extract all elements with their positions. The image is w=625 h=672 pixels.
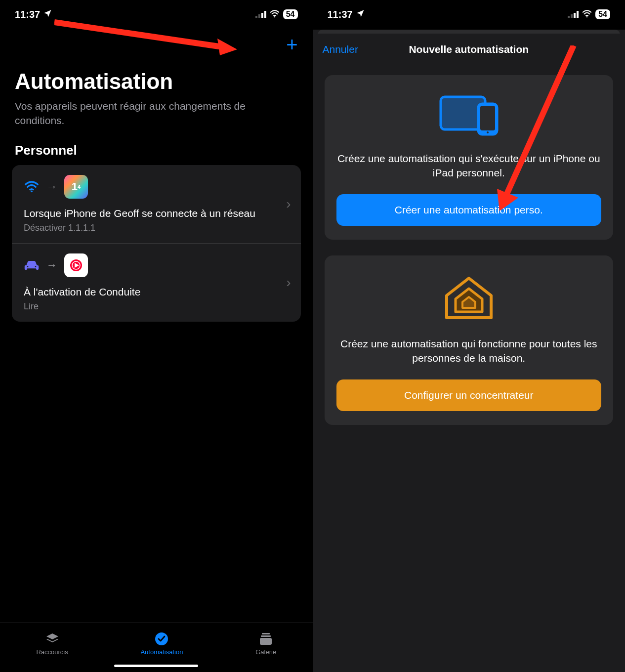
wifi-status-icon — [582, 9, 592, 20]
home-desc: Créez une automatisation qui fonctionne … — [336, 336, 602, 366]
svg-point-21 — [586, 16, 587, 17]
tab-label: Automatisation — [140, 648, 183, 656]
tab-gallery[interactable]: Galerie — [255, 631, 276, 656]
check-circle-icon — [154, 631, 169, 646]
car-icon — [24, 257, 40, 273]
battery-level: 54 — [595, 9, 610, 19]
status-bar: 11:37 54 — [313, 0, 625, 25]
arrow-icon: → — [46, 180, 57, 193]
svg-line-5 — [54, 22, 222, 47]
location-icon — [356, 9, 365, 20]
personal-desc: Créez une automatisation qui s'exécute s… — [336, 151, 602, 180]
svg-point-7 — [31, 190, 33, 192]
tab-shortcuts[interactable]: Raccourcis — [36, 631, 68, 656]
cellular-icon — [255, 9, 266, 20]
automation-subtitle: Lire — [24, 301, 289, 312]
svg-rect-2 — [261, 13, 263, 18]
svg-rect-0 — [255, 16, 257, 18]
battery-level: 54 — [283, 9, 298, 19]
app-icon-1111: 14 — [64, 175, 88, 199]
svg-rect-16 — [260, 638, 272, 645]
cancel-button[interactable]: Annuler — [323, 43, 358, 55]
svg-rect-1 — [258, 14, 260, 18]
status-bar: 11:37 54 — [0, 0, 313, 25]
svg-point-8 — [27, 266, 29, 267]
home-indicator[interactable] — [114, 665, 198, 667]
automation-subtitle: Désactiver 1.1.1.1 — [24, 223, 289, 233]
home-automation-card: Créez une automatisation qui fonctionne … — [325, 255, 614, 425]
svg-point-27 — [487, 131, 489, 133]
status-time: 11:37 — [328, 9, 353, 20]
automation-list: → 14 Lorsque iPhone de Geoff se connecte… — [12, 165, 301, 322]
status-time: 11:37 — [15, 9, 40, 20]
configure-hub-button[interactable]: Configurer un concentrateur — [336, 379, 602, 411]
chevron-right-icon: › — [286, 275, 291, 291]
svg-rect-17 — [568, 16, 570, 18]
tab-label: Raccourcis — [36, 648, 68, 656]
cellular-icon — [568, 9, 579, 20]
chevron-right-icon: › — [286, 196, 291, 212]
svg-point-9 — [35, 266, 37, 267]
sheet-title: Nouvelle automatisation — [323, 43, 616, 55]
tab-automation[interactable]: Automatisation — [140, 631, 183, 656]
automation-item[interactable]: → À l'activation de Conduite Lire › — [12, 243, 301, 322]
screenshot-right: 11:37 54 Annuler Nouvelle automatisation — [313, 0, 625, 672]
section-personal: Personnel — [0, 143, 313, 165]
gallery-icon — [258, 631, 273, 646]
wifi-status-icon — [269, 9, 280, 20]
svg-rect-18 — [571, 14, 573, 18]
svg-point-4 — [274, 16, 275, 17]
svg-rect-20 — [577, 11, 579, 18]
svg-rect-26 — [480, 106, 495, 130]
sheet-header: Annuler Nouvelle automatisation — [313, 34, 625, 75]
page-title: Automatisation — [0, 59, 313, 99]
svg-marker-6 — [217, 39, 237, 55]
location-icon — [43, 9, 52, 20]
screenshot-left: 11:37 54 + Automatisation Vos appareils … — [0, 0, 313, 672]
app-icon-ytmusic — [64, 253, 88, 277]
svg-rect-15 — [261, 635, 271, 637]
svg-rect-19 — [574, 13, 576, 18]
wifi-icon — [24, 179, 40, 195]
devices-icon — [336, 93, 602, 137]
automation-title: À l'activation de Conduite — [24, 285, 289, 298]
arrow-icon: → — [46, 259, 57, 272]
page-subtitle: Vos appareils peuvent réagir aux changem… — [0, 99, 313, 143]
svg-rect-3 — [264, 11, 266, 18]
create-personal-automation-button[interactable]: Créer une automatisation perso. — [336, 194, 602, 226]
home-icon — [336, 273, 602, 323]
automation-title: Lorsque iPhone de Geoff se connecte à un… — [24, 207, 289, 220]
tab-label: Galerie — [255, 648, 276, 656]
personal-automation-card: Créez une automatisation qui s'exécute s… — [325, 75, 614, 240]
svg-rect-14 — [262, 633, 270, 634]
automation-item[interactable]: → 14 Lorsque iPhone de Geoff se connecte… — [12, 165, 301, 243]
stack-icon — [45, 631, 60, 646]
add-automation-button[interactable]: + — [286, 35, 297, 54]
nav-row: + — [0, 25, 313, 59]
